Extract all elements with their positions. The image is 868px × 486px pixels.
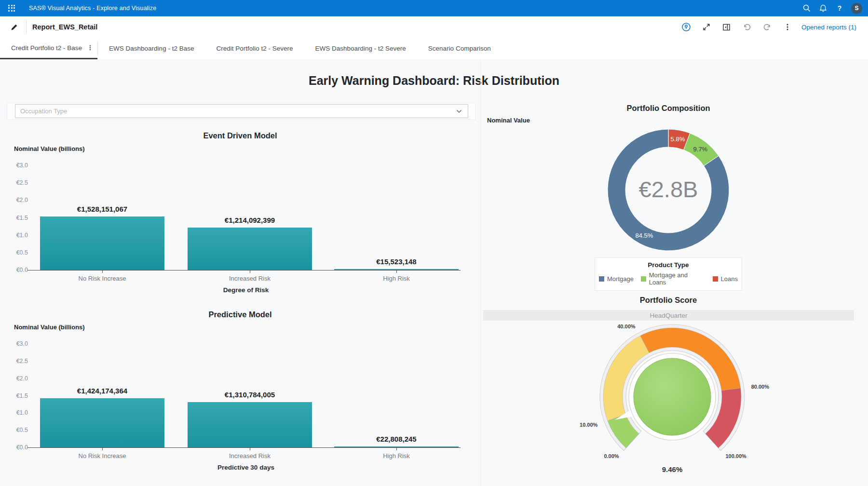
chevron-down-icon xyxy=(456,109,462,113)
maximize-icon[interactable] xyxy=(700,21,713,33)
toolbar-divider xyxy=(26,21,27,33)
donut-slice-label: 5.8% xyxy=(671,135,685,143)
donut-legend: Product Type MortgageMortgage and LoansL… xyxy=(595,257,742,291)
y-tick-label: €0.0 xyxy=(0,444,28,451)
portfolio-composition-donut: 5.8%9.7%84.5%€2.8B xyxy=(591,113,746,267)
data-pane-icon[interactable] xyxy=(720,21,733,33)
help-icon[interactable]: ? xyxy=(835,3,844,13)
bar-no-risk-increase[interactable] xyxy=(40,398,164,447)
donut-slice-label: 84.5% xyxy=(635,232,653,239)
y-tick-label: €3.0 xyxy=(0,162,28,169)
notifications-icon[interactable] xyxy=(818,3,828,13)
legend-swatch xyxy=(713,276,718,282)
portfolio-score-gauge: 0.00%10.00%40.00%80.00%100.00% xyxy=(566,300,778,484)
bar-value-label: €1,310,784,005 xyxy=(182,391,317,399)
app-bar: SAS® Visual Analytics - Explore and Visu… xyxy=(0,0,868,16)
gauge-inner-casing xyxy=(629,353,716,440)
app-title: SAS® Visual Analytics - Explore and Visu… xyxy=(29,5,156,12)
bar-value-label: €1,528,151,067 xyxy=(35,205,170,213)
redo-icon[interactable] xyxy=(761,21,773,33)
predictive-model-chart: Predictive ModelNominal Value (billions)… xyxy=(0,304,480,486)
dropdown-placeholder: Occupation Type xyxy=(20,108,456,115)
help-glyph: ? xyxy=(838,4,842,12)
tab-ews-dashboarding-t2-severe[interactable]: EWS Dashboarding - t2 Severe xyxy=(304,38,417,59)
tab-credit-portfolio-t2-severe[interactable]: Credit Portfolio t2 - Severe xyxy=(205,38,304,59)
column-divider xyxy=(480,59,481,486)
gauge-tick-label: 10.00% xyxy=(580,422,598,428)
tab-menu-icon[interactable] xyxy=(87,44,94,51)
y-tick-label: €1.0 xyxy=(0,409,28,416)
legend-title: Product Type xyxy=(599,261,738,269)
y-tick-label: €2.5 xyxy=(0,179,28,186)
y-tick-label: €2.0 xyxy=(0,197,28,203)
y-tick-label: €1.0 xyxy=(0,232,28,239)
gauge-tick-label: 80.00% xyxy=(751,384,770,390)
category-label: High Risk xyxy=(329,275,464,282)
insights-icon[interactable] xyxy=(680,21,692,33)
user-avatar[interactable]: S xyxy=(851,3,862,14)
gauge-casing xyxy=(600,324,745,450)
undo-icon[interactable] xyxy=(741,21,753,33)
y-tick-label: €0.5 xyxy=(0,427,28,433)
opened-reports-link[interactable]: Opened reports (1) xyxy=(801,24,856,31)
category-label: Increased Risk xyxy=(182,275,317,282)
gauge-tick-label: 40.00% xyxy=(617,324,636,329)
tab-label: Scenario Comparison xyxy=(428,45,491,52)
gauge-value: 9.46% xyxy=(576,465,769,473)
tab-label: Credit Portfolio t2 - Severe xyxy=(216,45,293,52)
legend-swatch xyxy=(599,276,604,282)
category-label: No Risk Increase xyxy=(35,275,170,282)
bar-no-risk-increase[interactable] xyxy=(40,216,164,270)
report-tab-strip: Credit Portfolio t2 - BaseEWS Dashboardi… xyxy=(0,38,868,60)
x-axis-label: Degree of Risk xyxy=(149,286,342,294)
gauge-segment-10-40 xyxy=(603,336,649,421)
tab-ews-dashboarding-t2-base[interactable]: EWS Dashboarding - t2 Base xyxy=(98,38,205,59)
donut-svg: 5.8%9.7%84.5%€2.8B xyxy=(591,113,746,267)
gauge-title: Portfolio Score xyxy=(572,296,765,305)
search-icon[interactable] xyxy=(802,3,812,13)
occupation-type-dropdown[interactable]: Occupation Type xyxy=(15,104,468,118)
bar-value-label: €1,214,092,399 xyxy=(182,216,317,224)
gauge-segment-40-80 xyxy=(640,328,741,391)
bar-value-label: €15,523,148 xyxy=(329,257,464,266)
report-toolbar: Report_EWS_Retail Opened reports (1) xyxy=(0,16,868,38)
edit-pencil-icon[interactable] xyxy=(8,21,20,33)
gauge-segment-80-100 xyxy=(705,388,741,448)
gauge-region-band: HeadQuarter xyxy=(483,310,854,321)
legend-item-mortgage[interactable]: Mortgage xyxy=(599,271,634,286)
legend-label: Mortgage and Loans xyxy=(649,271,705,286)
bar-increased-risk[interactable] xyxy=(188,402,312,447)
y-tick-label: €2.5 xyxy=(0,358,28,364)
y-tick-label: €1.5 xyxy=(0,392,28,399)
y-tick-label: €2.0 xyxy=(0,375,28,382)
legend-item-loans[interactable]: Loans xyxy=(713,271,738,286)
tab-label: Credit Portfolio t2 - Base xyxy=(11,44,82,52)
x-axis-line xyxy=(27,447,461,448)
tab-scenario-comparison[interactable]: Scenario Comparison xyxy=(417,38,502,59)
bar-increased-risk[interactable] xyxy=(188,228,312,270)
legend-label: Loans xyxy=(721,275,738,283)
bar-value-label: €1,424,174,364 xyxy=(35,387,170,395)
tab-label: EWS Dashboarding - t2 Base xyxy=(109,45,194,52)
donut-measure-label: Nominal Value xyxy=(487,117,530,124)
report-title: Report_EWS_Retail xyxy=(32,23,97,31)
y-axis-label: Nominal Value (billions) xyxy=(14,324,85,331)
y-tick-label: €0.5 xyxy=(0,249,28,256)
event-driven-model-chart: Event Driven ModelNominal Value (billion… xyxy=(0,121,480,303)
more-options-icon[interactable] xyxy=(781,21,794,33)
page-title: Early Warning Dashboard: Risk Distributi… xyxy=(0,74,868,88)
donut-title: Portfolio Composition xyxy=(572,104,765,113)
app-switcher-icon[interactable] xyxy=(8,5,15,12)
gauge-pointer xyxy=(615,406,639,420)
legend-item-mortgage-and-loans[interactable]: Mortgage and Loans xyxy=(641,271,705,286)
y-tick-label: €1.5 xyxy=(0,215,28,221)
gauge-segment-0-10 xyxy=(608,414,639,448)
y-tick-label: €3.0 xyxy=(0,340,28,347)
report-canvas: Early Warning Dashboard: Risk Distributi… xyxy=(0,59,868,486)
chart-title: Predictive Model xyxy=(0,310,480,319)
x-axis-line xyxy=(27,270,461,270)
tab-credit-portfolio-t2-base[interactable]: Credit Portfolio t2 - Base xyxy=(0,38,97,59)
gauge-tick-label: 100.00% xyxy=(725,453,746,459)
tab-label: EWS Dashboarding - t2 Severe xyxy=(315,45,406,52)
legend-label: Mortgage xyxy=(607,275,634,283)
